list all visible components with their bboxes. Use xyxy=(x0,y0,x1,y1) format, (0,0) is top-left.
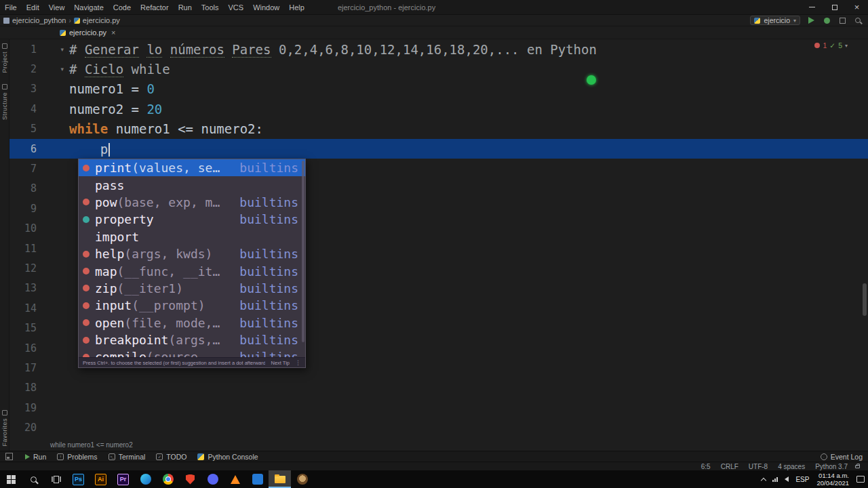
breadcrumb-ejercicio-py[interactable]: ejercicio.py xyxy=(74,16,120,24)
action-center-button[interactable] xyxy=(853,470,868,488)
edge-icon[interactable] xyxy=(134,470,157,488)
search-everywhere-button[interactable] xyxy=(853,16,863,25)
status-6-5[interactable]: 6:5 xyxy=(701,463,711,470)
line-number[interactable]: 11 xyxy=(9,243,41,255)
completion-item-pass[interactable]: pass xyxy=(79,176,305,193)
coverage-button[interactable] xyxy=(837,16,847,25)
toolwindow-todo[interactable]: TODO xyxy=(156,453,186,461)
close-button[interactable]: × xyxy=(846,0,868,14)
status-python-3-7[interactable]: Python 3.7 xyxy=(815,463,848,470)
line-number[interactable]: 1 xyxy=(9,43,41,56)
maximize-button[interactable] xyxy=(823,0,846,14)
code-line-3[interactable]: 3numero1 = 0 xyxy=(9,79,868,99)
run-configuration-select[interactable]: ejercicio ▾ xyxy=(750,16,800,25)
vlc-icon[interactable] xyxy=(224,470,246,488)
completion-item-breakpoint[interactable]: breakpoint(args,…builtins xyxy=(79,331,305,348)
code-line-18[interactable]: 18 xyxy=(9,378,868,398)
line-number[interactable]: 3 xyxy=(9,83,41,95)
completion-item-open[interactable]: open(file, mode,…builtins xyxy=(79,314,305,331)
code-line-6[interactable]: 6 p xyxy=(9,139,868,159)
line-number[interactable]: 19 xyxy=(9,402,41,414)
line-number[interactable]: 10 xyxy=(9,222,41,235)
editor-scrollbar-thumb[interactable] xyxy=(863,283,867,316)
line-number[interactable]: 9 xyxy=(9,203,41,215)
discord-icon[interactable] xyxy=(201,470,224,488)
line-number[interactable]: 7 xyxy=(9,163,41,175)
shield-app-icon[interactable] xyxy=(179,470,201,488)
completion-item-import[interactable]: import xyxy=(79,228,305,245)
stripe-item-favorites[interactable]: Favorites xyxy=(1,410,8,447)
hidden-icons-button[interactable] xyxy=(758,470,769,488)
menu-vcs[interactable]: VCS xyxy=(224,0,249,14)
code-line-4[interactable]: 4numero2 = 20 xyxy=(9,99,868,119)
line-number[interactable]: 2 xyxy=(9,63,41,75)
menu-window[interactable]: Window xyxy=(248,0,284,14)
completion-item-help[interactable]: help(args, kwds)builtins xyxy=(79,245,305,262)
line-number[interactable]: 5 xyxy=(9,123,41,135)
line-number[interactable]: 18 xyxy=(9,382,41,394)
file-explorer-icon[interactable] xyxy=(269,470,291,488)
completion-item-zip[interactable]: zip(__iter1)builtins xyxy=(79,280,305,297)
menu-navigate[interactable]: Navigate xyxy=(69,0,108,14)
line-number[interactable]: 20 xyxy=(9,422,41,434)
start-button[interactable] xyxy=(0,470,22,488)
menu-view[interactable]: View xyxy=(44,0,70,14)
chrome-icon[interactable] xyxy=(157,470,179,488)
stripe-item-structure[interactable]: Structure xyxy=(1,84,8,120)
status-4-spaces[interactable]: 4 spaces xyxy=(778,463,805,470)
code-line-5[interactable]: 5while numero1 <= numero2: xyxy=(9,119,868,139)
line-number[interactable]: 12 xyxy=(9,262,41,274)
menu-run[interactable]: Run xyxy=(174,0,197,14)
inspection-widget[interactable]: 1 ✓ 5 ▾ xyxy=(814,41,848,49)
status-utf-8[interactable]: UTF-8 xyxy=(749,463,768,470)
code-line-20[interactable]: 20 xyxy=(9,418,868,437)
code-line-1[interactable]: 1▾# Generar lo números Pares 0,2,4,6,8,1… xyxy=(9,39,868,59)
line-number[interactable]: 16 xyxy=(9,342,41,354)
photoshop-icon[interactable]: Ps xyxy=(67,470,90,488)
line-number[interactable]: 6 xyxy=(9,143,41,155)
toolwindow-python-console[interactable]: Python Console xyxy=(197,453,258,461)
minimize-button[interactable] xyxy=(801,0,823,14)
menu-refactor[interactable]: Refactor xyxy=(136,0,174,14)
line-number[interactable]: 8 xyxy=(9,182,41,195)
lock-icon[interactable] xyxy=(855,465,860,468)
line-number[interactable]: 17 xyxy=(9,362,41,374)
line-number[interactable]: 4 xyxy=(9,103,41,115)
line-number[interactable]: 15 xyxy=(9,322,41,334)
language-indicator[interactable]: ESP xyxy=(792,470,812,488)
illustrator-icon[interactable]: Ai xyxy=(90,470,112,488)
stripe-item-project[interactable]: Project xyxy=(1,43,8,73)
tab-close-icon[interactable]: × xyxy=(111,28,115,37)
completion-item-map[interactable]: map(__func, __it…builtins xyxy=(79,262,305,279)
premiere-icon[interactable]: Pr xyxy=(112,470,134,488)
toolwindow-run[interactable]: Run xyxy=(25,453,46,461)
volume-button[interactable] xyxy=(781,470,792,488)
completion-item-compile[interactable]: compile(source…builtins xyxy=(79,348,305,357)
more-icon[interactable]: ⋮ xyxy=(295,359,301,366)
code-line-2[interactable]: 2▾# Ciclo while xyxy=(9,59,868,79)
tool-window-switcher-icon[interactable] xyxy=(5,453,13,460)
menu-file[interactable]: File xyxy=(0,0,22,14)
line-number[interactable]: 13 xyxy=(9,282,41,294)
code-line-19[interactable]: 19 xyxy=(9,398,868,418)
completion-item-pow[interactable]: pow(base, exp, m…builtins xyxy=(79,194,305,211)
menu-help[interactable]: Help xyxy=(284,0,309,14)
photos-icon[interactable] xyxy=(246,470,269,488)
menu-edit[interactable]: Edit xyxy=(22,0,44,14)
search-button[interactable] xyxy=(22,470,45,488)
completion-item-property[interactable]: propertybuiltins xyxy=(79,211,305,228)
taskbar-clock[interactable]: 01:14 a.m. 20/04/2021 xyxy=(812,472,853,487)
fold-arrow-icon[interactable]: ▾ xyxy=(41,46,69,53)
fold-arrow-icon[interactable]: ▾ xyxy=(41,66,69,73)
completion-item-input[interactable]: input(__prompt)builtins xyxy=(79,297,305,314)
run-button[interactable] xyxy=(806,16,816,25)
toolwindow-terminal[interactable]: Terminal xyxy=(108,453,146,461)
network-button[interactable] xyxy=(769,470,781,488)
menu-tools[interactable]: Tools xyxy=(197,0,224,14)
toolwindow-event-log[interactable]: Event Log xyxy=(821,453,863,461)
clock-app-icon[interactable] xyxy=(291,470,313,488)
next-tip-link[interactable]: Next Tip xyxy=(271,360,290,366)
menu-code[interactable]: Code xyxy=(108,0,136,14)
toolwindow-problems[interactable]: Problems xyxy=(57,453,97,461)
popup-scrollbar-thumb[interactable] xyxy=(302,161,304,342)
